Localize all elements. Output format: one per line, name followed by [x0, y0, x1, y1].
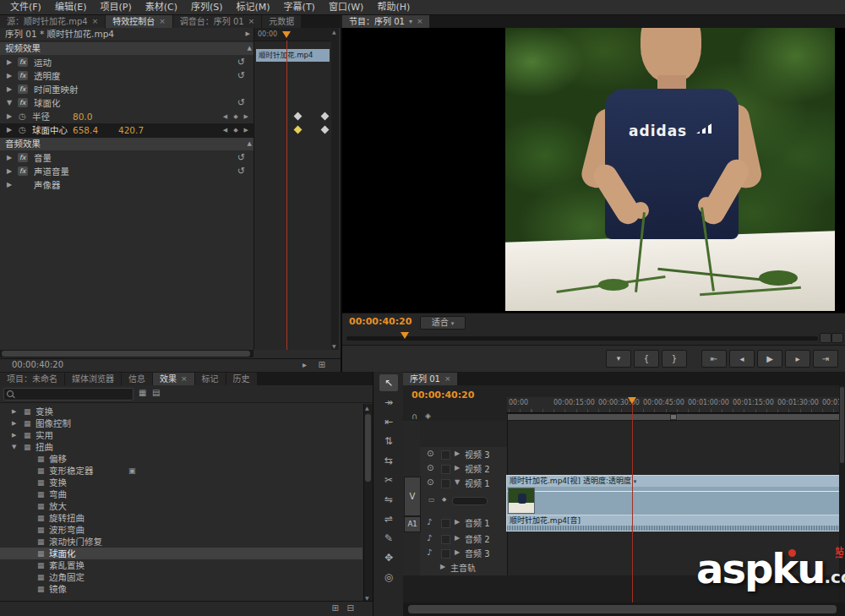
scroll-up-icon[interactable]: ▲	[365, 405, 369, 411]
track-lock-icon[interactable]	[441, 465, 450, 474]
ec-timecode[interactable]: 00:00:40:20	[12, 360, 63, 369]
program-playhead-marker[interactable]	[401, 332, 409, 339]
twirl-icon[interactable]: ▼	[7, 96, 12, 110]
menu-file[interactable]: 文件(F)	[3, 0, 48, 14]
toggle-track-audio-icon[interactable]: ♪	[427, 517, 432, 526]
show-keyframes-icon[interactable]: ◆	[442, 496, 446, 503]
tool-razor[interactable]: ✂	[379, 472, 398, 488]
timeline-playhead-marker[interactable]	[628, 397, 636, 404]
play-effect-icon[interactable]: ▸	[303, 360, 307, 369]
menu-title[interactable]: 字幕(T)	[277, 0, 322, 14]
reset-icon[interactable]: ↺	[237, 165, 245, 178]
source-patch-video[interactable]: V	[404, 477, 421, 516]
twirl-icon[interactable]: ▶	[7, 69, 12, 83]
close-icon[interactable]: ×	[181, 373, 188, 385]
keyframe-diamond[interactable]	[294, 112, 303, 121]
track-lock-icon[interactable]	[441, 519, 450, 528]
timeline-playhead-line[interactable]	[632, 397, 633, 602]
track-lock-icon[interactable]	[441, 450, 450, 460]
twirl-icon[interactable]: ▶	[7, 110, 12, 123]
tool-slip[interactable]: ⇋	[379, 491, 398, 508]
toggle-effects-icon[interactable]: ⊞	[319, 360, 325, 369]
timeline-view-toggle-icon[interactable]: ▶	[246, 28, 250, 41]
tab-source-monitor[interactable]: 源：顺时针加花.mp4 ×	[0, 15, 105, 28]
lift-button[interactable]: {	[634, 350, 659, 368]
timeline-ruler[interactable]: 00:00 00:00:15:00 00:00:30:00 00:00:45:0…	[507, 397, 845, 413]
track-row-video3[interactable]: ⊙ ▶ 视频 3	[403, 447, 845, 462]
effect-row-opacity[interactable]: ▶ fx 透明度 ↺	[0, 69, 254, 83]
tab-markers[interactable]: 标记	[195, 373, 226, 385]
effect-item-transform[interactable]: ▦ 变换	[0, 477, 363, 488]
timeline-audio-clip[interactable]: 顺时针加花.mp4[音]	[507, 515, 839, 531]
toggle-track-audio-icon[interactable]: ♪	[427, 548, 432, 557]
property-row-center[interactable]: ▶ ◷ 球面中心 658.4 420.7 ◀ ◆ ▶	[0, 123, 254, 138]
close-icon[interactable]: ×	[248, 15, 255, 28]
snap-toggle-icon[interactable]: ∩	[412, 412, 417, 421]
reset-icon[interactable]: ↺	[237, 96, 245, 110]
new-custom-bin-icon[interactable]: ⊞	[332, 603, 339, 613]
tool-ripple-edit[interactable]: ⇤	[379, 413, 398, 430]
center-x-value[interactable]: 658.4	[73, 123, 98, 137]
track-header-audio3[interactable]: ♪ ▶ 音频 3	[420, 546, 508, 560]
zoom-level-dropdown[interactable]: 适合 ▾	[420, 316, 466, 330]
monitor-settings-icon[interactable]	[831, 333, 843, 343]
keyframe-diamond-selected[interactable]	[294, 126, 303, 134]
collapse-track-icon[interactable]: ▼	[455, 478, 460, 486]
tool-track-select[interactable]: ↠	[379, 394, 398, 411]
collapse-track-icon[interactable]: ▶	[455, 534, 460, 542]
toggle-track-output-icon[interactable]: ⊙	[427, 449, 433, 458]
scroll-down-icon[interactable]: ▼	[332, 343, 336, 349]
collapse-track-icon[interactable]: ▶	[440, 563, 445, 570]
work-area-track[interactable]	[507, 413, 845, 421]
effect-row-time-remap[interactable]: ▶ fx 时间重映射	[0, 83, 254, 96]
scroll-up-icon[interactable]: ▲	[332, 29, 336, 35]
track-lock-icon[interactable]	[441, 535, 450, 544]
scroll-down-icon[interactable]: ▼	[365, 595, 369, 601]
stopwatch-icon[interactable]: ◷	[19, 123, 26, 137]
twirl-icon[interactable]: ▶	[7, 56, 12, 69]
stopwatch-icon[interactable]: ◷	[19, 110, 26, 123]
tab-program-monitor[interactable]: 节目：序列 01 ▾ ×	[342, 15, 429, 28]
track-row-video2[interactable]: ⊙ ▶ 视频 2	[403, 461, 845, 477]
track-lock-icon[interactable]	[441, 479, 450, 488]
track-header-video1[interactable]: ⊙ ▼ 视频 1 ▭ ◆	[420, 476, 508, 515]
effect-item-wave-warp[interactable]: ▦ 波形弯曲	[0, 524, 363, 536]
add-keyframe-icon[interactable]: ◆	[233, 123, 237, 137]
reset-icon[interactable]: ↺	[237, 56, 245, 69]
effect-row-volume[interactable]: ▶ fx 音量 ↺	[0, 151, 254, 165]
step-forward-button[interactable]: ▸	[785, 350, 810, 368]
menu-clip[interactable]: 素材(C)	[139, 0, 184, 14]
close-icon[interactable]: ×	[417, 15, 423, 28]
menu-edit[interactable]: 编辑(E)	[48, 0, 94, 14]
next-keyframe-icon[interactable]: ▶	[244, 110, 248, 123]
effects-search-input[interactable]	[3, 388, 134, 401]
tool-rolling-edit[interactable]: ⇅	[379, 433, 398, 450]
ec-vertical-scrollbar[interactable]: ▲ ▼	[331, 28, 339, 350]
track-header-video3[interactable]: ⊙ ▶ 视频 3	[420, 447, 508, 461]
toggle-track-output-icon[interactable]: ⊙	[427, 463, 433, 472]
toggle-track-output-icon[interactable]: ⊙	[427, 477, 433, 487]
effect-item-warp-stabilizer[interactable]: ▦ 变形稳定器 ▣	[0, 465, 363, 477]
work-area-grip[interactable]	[670, 414, 677, 420]
menu-project[interactable]: 项目(P)	[93, 0, 138, 14]
collapse-track-icon[interactable]: ▶	[455, 518, 460, 526]
scrollbar-thumb[interactable]	[2, 351, 250, 357]
panel-menu-icon[interactable]: ▾	[409, 15, 412, 28]
mini-playhead-marker[interactable]	[282, 31, 291, 38]
track-header-audio2[interactable]: ♪ ▶ 音频 2	[420, 532, 508, 546]
mini-ruler[interactable]: 00:00	[254, 28, 332, 41]
collapse-section-icon[interactable]: ▲	[248, 138, 252, 150]
accelerated-effects-badge-icon[interactable]: ▦	[139, 388, 146, 397]
mini-clip-bar[interactable]: 顺时针加花.mp4	[256, 49, 330, 62]
monitor-resize-icon[interactable]	[820, 333, 831, 343]
go-to-out-button[interactable]: ⇥	[813, 350, 838, 368]
twirl-icon[interactable]: ▶	[7, 178, 12, 192]
patch-cell[interactable]	[403, 461, 421, 476]
effect-item-spherize[interactable]: ▦ 球面化	[0, 548, 363, 559]
menu-marker[interactable]: 标记(M)	[230, 0, 277, 14]
tab-effects[interactable]: 效果 ×	[153, 373, 194, 385]
center-y-value[interactable]: 420.7	[118, 123, 144, 137]
toggle-track-audio-icon[interactable]: ♪	[427, 533, 432, 542]
add-keyframe-icon[interactable]: ◆	[233, 110, 237, 123]
source-patch-audio[interactable]: A1	[404, 516, 421, 532]
